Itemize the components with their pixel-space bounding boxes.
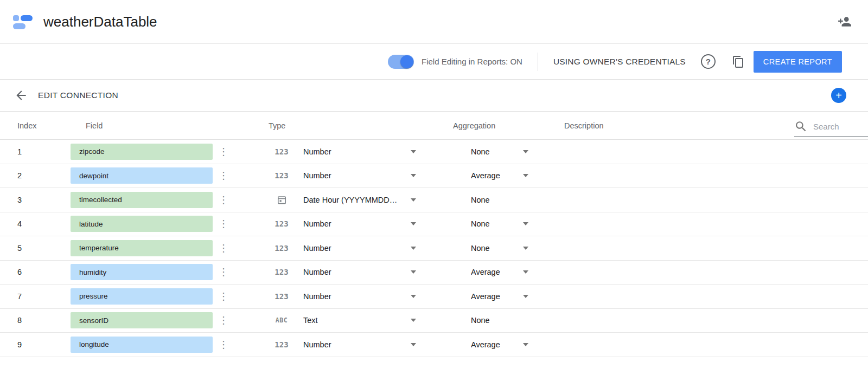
- field-name: zipcode: [79, 147, 105, 156]
- table-row: 2 dewpoint ⋮ 123 Number Aver: [0, 164, 868, 189]
- aggregation-select[interactable]: None: [471, 196, 528, 204]
- table-row: 1 zipcode ⋮ 123 Number None: [0, 140, 868, 164]
- field-menu-icon[interactable]: ⋮: [219, 195, 227, 205]
- field-name: dewpoint: [79, 172, 108, 180]
- table-row: 9 longitude ⋮ 123 Number Ave: [0, 333, 868, 357]
- field-name: longitude: [79, 340, 109, 348]
- type-select[interactable]: Number: [303, 292, 416, 301]
- type-select[interactable]: Number: [303, 244, 416, 253]
- number-type-icon: 123: [275, 244, 288, 253]
- aggregation-select[interactable]: Average: [471, 340, 528, 349]
- field-menu-icon[interactable]: ⋮: [219, 267, 227, 277]
- back-button[interactable]: [14, 88, 28, 102]
- type-dropdown-arrow-icon: [411, 247, 416, 250]
- aggregation-select[interactable]: Average: [471, 268, 528, 276]
- create-report-button[interactable]: CREATE REPORT: [754, 51, 842, 73]
- type-dropdown-arrow-icon: [411, 319, 416, 322]
- row-index: 5: [17, 244, 71, 253]
- field-menu-icon[interactable]: ⋮: [219, 171, 227, 180]
- type-select[interactable]: Number: [303, 219, 416, 228]
- aggregation-select[interactable]: Average: [471, 292, 528, 301]
- field-menu-icon[interactable]: ⋮: [219, 292, 227, 301]
- type-select[interactable]: Date Hour (YYYYMMDD…: [303, 196, 416, 204]
- aggregation-value: Average: [471, 340, 500, 349]
- toolbar-divider: [538, 53, 538, 71]
- type-value: Date Hour (YYYYMMDD…: [303, 196, 397, 204]
- field-menu-icon[interactable]: ⋮: [219, 147, 227, 157]
- copy-icon: [732, 55, 745, 68]
- type-value: Number: [303, 268, 331, 276]
- table-row: 6 humidity ⋮ 123 Number Aver: [0, 261, 868, 285]
- search-box: [794, 118, 868, 137]
- datastudio-logo-icon: [12, 11, 34, 33]
- toggle-knob: [400, 55, 413, 68]
- copy-datasource-button[interactable]: [732, 55, 745, 68]
- aggregation-select[interactable]: None: [471, 244, 528, 253]
- type-value: Number: [303, 292, 331, 301]
- help-button[interactable]: ?: [701, 54, 716, 69]
- aggregation-value: None: [471, 244, 490, 253]
- type-select[interactable]: Text: [303, 316, 416, 325]
- back-arrow-icon: [14, 88, 28, 102]
- credentials-label: USING OWNER'S CREDENTIALS: [553, 57, 686, 67]
- aggregation-dropdown-arrow-icon: [523, 270, 528, 274]
- type-select[interactable]: Number: [303, 147, 416, 156]
- aggregation-dropdown-arrow-icon: [523, 174, 528, 177]
- number-type-icon: 123: [275, 268, 288, 276]
- field-name: temperature: [79, 244, 119, 252]
- aggregation-value: Average: [471, 171, 500, 180]
- aggregation-select[interactable]: Average: [471, 171, 528, 180]
- aggregation-value: Average: [471, 268, 500, 276]
- field-chip[interactable]: dewpoint: [71, 167, 213, 184]
- search-icon[interactable]: [794, 120, 808, 133]
- field-chip[interactable]: sensorID: [71, 312, 213, 328]
- aggregation-select[interactable]: None: [471, 219, 528, 228]
- page-title: weatherDataTable: [43, 14, 157, 30]
- column-header-aggregation: Aggregation: [450, 121, 564, 130]
- field-name: sensorID: [79, 316, 108, 325]
- field-menu-icon[interactable]: ⋮: [219, 219, 227, 229]
- field-name: pressure: [79, 292, 108, 300]
- type-dropdown-arrow-icon: [411, 222, 416, 225]
- row-index: 1: [17, 147, 71, 156]
- aggregation-dropdown-arrow-icon: [523, 150, 528, 153]
- toolbar: Field Editing in Reports: ON USING OWNER…: [0, 44, 868, 80]
- field-menu-icon[interactable]: ⋮: [219, 315, 227, 325]
- aggregation-select[interactable]: None: [471, 147, 528, 156]
- field-menu-icon[interactable]: ⋮: [219, 340, 227, 350]
- field-name: latitude: [79, 220, 103, 228]
- column-header-field: Field: [71, 121, 233, 130]
- table-header: Index Field Type Aggregation Description: [0, 112, 868, 140]
- aggregation-dropdown-arrow-icon: [523, 343, 528, 346]
- field-chip[interactable]: zipcode: [71, 144, 213, 160]
- number-type-icon: 123: [275, 171, 288, 180]
- share-add-person-button[interactable]: [838, 15, 852, 29]
- add-field-button[interactable]: +: [831, 88, 846, 103]
- aggregation-value: None: [471, 147, 490, 156]
- field-chip[interactable]: temperature: [71, 240, 213, 256]
- number-type-icon: 123: [275, 292, 288, 301]
- field-menu-icon[interactable]: ⋮: [219, 243, 227, 253]
- field-chip[interactable]: timecollected: [71, 192, 213, 208]
- column-header-type: Type: [233, 121, 450, 130]
- row-index: 3: [17, 196, 71, 204]
- field-chip[interactable]: latitude: [71, 216, 213, 232]
- connection-bar: EDIT CONNECTION +: [0, 80, 868, 112]
- search-input[interactable]: [813, 122, 856, 131]
- field-editing-toggle[interactable]: [388, 55, 414, 69]
- plus-icon: +: [835, 88, 842, 102]
- type-dropdown-arrow-icon: [411, 174, 416, 177]
- number-type-icon: 123: [275, 219, 288, 228]
- field-editing-label: Field Editing in Reports: ON: [422, 57, 522, 66]
- field-chip[interactable]: humidity: [71, 264, 213, 280]
- table-row: 5 temperature ⋮ 123 Number N: [0, 236, 868, 261]
- number-type-icon: 123: [275, 340, 288, 349]
- type-select[interactable]: Number: [303, 268, 416, 276]
- aggregation-select[interactable]: None: [471, 316, 528, 325]
- field-chip[interactable]: longitude: [71, 337, 213, 353]
- field-name: timecollected: [79, 196, 122, 204]
- type-select[interactable]: Number: [303, 340, 416, 349]
- type-select[interactable]: Number: [303, 171, 416, 180]
- table-row: 4 latitude ⋮ 123 Number None: [0, 212, 868, 237]
- field-chip[interactable]: pressure: [71, 288, 213, 305]
